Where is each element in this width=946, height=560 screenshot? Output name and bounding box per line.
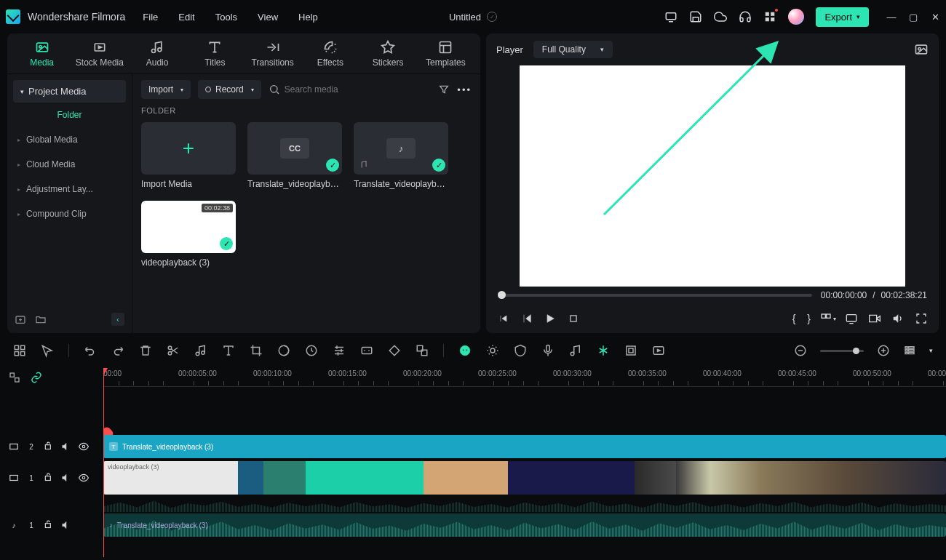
tab-templates[interactable]: Templates	[417, 40, 474, 68]
svg-rect-0	[667, 13, 677, 20]
tl-crop-icon[interactable]	[250, 344, 263, 357]
tab-stock-media[interactable]: Stock Media	[71, 40, 128, 68]
new-folder-icon[interactable]	[15, 313, 26, 325]
tab-stickers[interactable]: Stickers	[359, 40, 417, 68]
sidebar-item-cloud-media[interactable]: Cloud Media	[7, 152, 132, 177]
tl-autocut-icon[interactable]	[597, 344, 610, 357]
sidebar-item-global-media[interactable]: Global Media	[7, 127, 132, 152]
tl-apps-icon[interactable]	[13, 344, 26, 357]
svg-rect-21	[21, 345, 25, 349]
zoom-out-icon[interactable]	[794, 344, 807, 357]
audio-track-head[interactable]: ♪1	[0, 512, 103, 538]
tl-frame-icon[interactable]	[624, 344, 637, 357]
tl-music-icon[interactable]	[194, 344, 207, 357]
menu-tools[interactable]: Tools	[215, 12, 237, 23]
export-button[interactable]: Export▾	[816, 7, 869, 27]
timeline-ruler[interactable]: 00:0000:00:05:0000:00:10:0000:00:15:0000…	[103, 368, 946, 387]
search-media-input[interactable]	[285, 84, 432, 95]
tl-keyframe-icon[interactable]	[388, 344, 401, 357]
caption-clip[interactable]: Translate_videoplayback (3)	[103, 435, 946, 458]
tl-ai-icon[interactable]	[458, 344, 472, 357]
tl-text-icon[interactable]	[222, 344, 235, 357]
prev-frame-icon[interactable]	[498, 313, 509, 324]
media-item-audio[interactable]: ♪✓ Translate_videoplayba...	[354, 122, 448, 189]
svg-point-6	[39, 45, 41, 47]
tl-marker-icon[interactable]	[514, 344, 527, 357]
tl-split-icon[interactable]	[167, 344, 180, 357]
tl-speed-icon[interactable]	[305, 344, 318, 357]
svg-rect-39	[627, 346, 635, 355]
tab-effects[interactable]: Effects	[301, 40, 359, 68]
device-icon[interactable]	[664, 10, 677, 23]
cloud-icon[interactable]	[714, 10, 727, 23]
tl-color-icon[interactable]	[277, 344, 290, 357]
audio-clip[interactable]: Translate_videoplayback (3)	[103, 513, 946, 537]
tab-media[interactable]: Media	[13, 40, 71, 68]
media-item-caption[interactable]: CC✓ Translate_videoplayba...	[247, 122, 342, 189]
preview-canvas[interactable]	[520, 65, 905, 287]
tab-titles[interactable]: Titles	[186, 40, 244, 68]
tl-audio-icon[interactable]	[569, 344, 582, 357]
menu-view[interactable]: View	[258, 12, 278, 23]
import-media-tile[interactable]: + Import Media	[141, 122, 236, 189]
tl-undo-icon[interactable]	[84, 344, 97, 357]
zoom-in-icon[interactable]	[877, 344, 890, 357]
tl-selection-icon[interactable]	[41, 344, 54, 357]
tl-redo-icon[interactable]	[111, 344, 124, 357]
maximize-button[interactable]: ▢	[908, 12, 918, 22]
record-dropdown[interactable]: Record▾	[198, 80, 261, 99]
filter-icon[interactable]	[438, 84, 450, 95]
player-scrubber[interactable]	[498, 294, 812, 297]
mark-out-icon[interactable]: }	[807, 313, 811, 324]
import-dropdown[interactable]: Import	[141, 80, 191, 99]
fullscreen-icon[interactable]	[915, 313, 927, 324]
menu-edit[interactable]: Edit	[178, 12, 194, 23]
tl-render-icon[interactable]	[652, 344, 665, 357]
tl-view-icon[interactable]	[903, 344, 916, 357]
headphones-icon[interactable]	[739, 10, 752, 23]
collapse-sidebar-button[interactable]: ‹	[111, 313, 124, 326]
app-title: Wondershare Filmora	[28, 11, 125, 23]
caption-track-head[interactable]: 2	[0, 433, 103, 460]
svg-rect-56	[45, 476, 50, 481]
playhead[interactable]	[103, 368, 104, 557]
tab-audio[interactable]: Audio	[129, 40, 186, 68]
close-button[interactable]: ✕	[930, 12, 940, 22]
folder-icon[interactable]	[35, 313, 47, 325]
volume-icon[interactable]	[892, 313, 904, 324]
sidebar-item-adjustment-layer[interactable]: Adjustment Lay...	[7, 177, 132, 201]
video-track-head[interactable]: 1	[0, 460, 103, 496]
tl-adjust-icon[interactable]	[333, 344, 346, 357]
tl-delete-icon[interactable]	[139, 344, 152, 357]
apps-icon[interactable]	[763, 10, 776, 23]
display-icon[interactable]	[846, 313, 857, 324]
tl-link-icon[interactable]	[31, 372, 42, 383]
save-icon[interactable]	[689, 10, 702, 23]
tl-caption-icon[interactable]	[360, 344, 373, 357]
sidebar-item-compound-clip[interactable]: Compound Clip	[7, 201, 132, 226]
user-avatar[interactable]	[788, 9, 804, 25]
more-options-icon[interactable]: •••	[457, 84, 472, 95]
layout-icon[interactable]: ▾	[822, 313, 834, 324]
media-item-video[interactable]: 00:02:38✓ videoplayback (3)	[141, 201, 236, 268]
camera-icon[interactable]	[869, 313, 881, 324]
menu-file[interactable]: File	[143, 12, 158, 23]
zoom-slider[interactable]	[820, 350, 864, 352]
tl-translate-icon[interactable]	[416, 344, 429, 357]
video-clip[interactable]: videoplayback (3)	[103, 461, 946, 495]
menu-help[interactable]: Help	[298, 12, 318, 23]
project-media-header[interactable]: Project Media	[13, 80, 126, 103]
tl-voice-icon[interactable]	[541, 344, 555, 357]
snapshot-icon[interactable]	[914, 42, 929, 57]
minimize-button[interactable]: —	[886, 12, 897, 22]
tab-transitions[interactable]: Transitions	[244, 40, 301, 68]
tl-enhance-icon[interactable]	[486, 344, 499, 357]
step-back-icon[interactable]	[521, 313, 533, 324]
quality-dropdown[interactable]: Full Quality	[533, 41, 613, 58]
mark-in-icon[interactable]: {	[792, 313, 796, 324]
play-icon[interactable]	[544, 313, 556, 324]
tl-group-icon[interactable]	[9, 372, 20, 383]
stop-icon[interactable]	[568, 313, 579, 324]
svg-rect-40	[629, 348, 633, 353]
tl-view-dropdown[interactable]: ▾	[929, 347, 933, 354]
